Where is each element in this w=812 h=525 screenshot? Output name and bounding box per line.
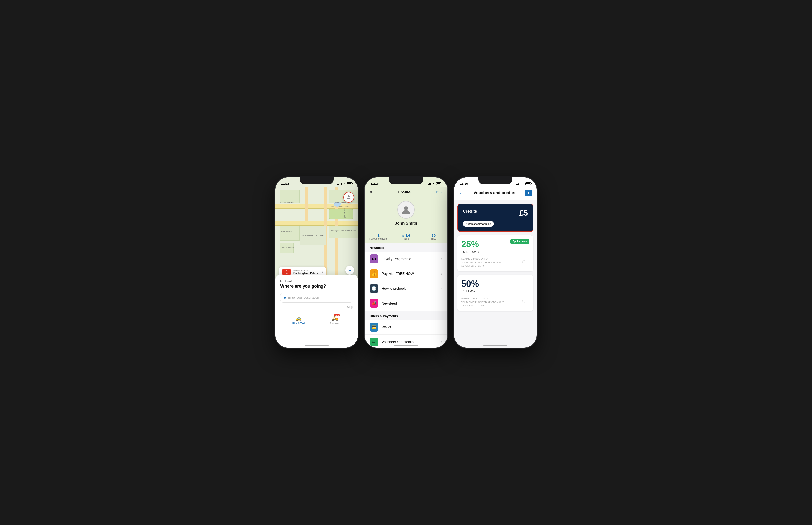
time-3: 11:16 [460, 182, 468, 185]
chevron-loyalty-icon: › [441, 257, 442, 261]
voucher-1-code: T5FDDQQYB [462, 250, 529, 253]
applied-now-badge: Applied now [510, 239, 529, 244]
phone-3-vouchers: 11:16 ▲ ← Vouchers and cr [454, 177, 537, 348]
stat-favourite-drivers: 1 Favourite drivers [365, 231, 392, 243]
loyalty-icon: 🎟 [370, 254, 378, 263]
status-icons-1: ▲ [337, 182, 352, 185]
time-2: 11:16 [371, 182, 378, 185]
bottom-tabs: 🚕 Ride & Taxi 🛵 NEW 2-wheels [280, 313, 353, 325]
map-landmark-1: The Queen Victoria Memorial [331, 205, 350, 207]
pickup-minutes: 1 min [282, 269, 291, 275]
wallet-icon: 💳 [370, 323, 378, 331]
phone-1-screen: 11:16 ▲ [275, 177, 358, 348]
newsfeed-icon: 📣 [370, 299, 378, 308]
home-indicator-3 [483, 345, 507, 346]
destination-input[interactable]: Enter your destination [280, 292, 353, 303]
battery-2 [436, 182, 441, 185]
avatar [397, 201, 415, 219]
profile-name: John Smith [395, 221, 418, 226]
voucher-card-2: 50% 1J1IIEM3K MAXIMUM DISCOUNT £6 VALID … [457, 275, 533, 311]
home-indicator-1 [304, 345, 329, 346]
notch-2 [389, 177, 423, 184]
status-icons-2: ▲ [427, 182, 441, 185]
time-1: 11:16 [281, 182, 289, 185]
greeting-text: Hi John! [280, 280, 353, 283]
phone-3-screen: 11:16 ▲ ← Vouchers and cr [454, 177, 537, 348]
voucher-1-percent: 25% [462, 239, 479, 250]
pickup-address: Pickup address Buckingham Palace [293, 269, 318, 275]
close-button[interactable]: × [370, 190, 372, 195]
menu-scroll: Newsfeed 🎟 Loyalty Programme › 👍 Pay wit… [365, 243, 447, 348]
voucher-2-code: 1J1IIEM3K [462, 290, 529, 293]
profile-stats: 1 Favourite drivers ★ 4.6 Rating 59 Trip… [365, 231, 447, 243]
buckingham-palace-block: BUCKINGHAM PALACE [300, 226, 326, 245]
menu-item-loyalty[interactable]: 🎟 Loyalty Programme › [365, 252, 447, 266]
back-button[interactable]: ← [459, 190, 464, 196]
where-going-heading: Where are you going? [280, 284, 353, 289]
compass-button[interactable]: ➤ [345, 266, 354, 275]
voucher-2-details: MAXIMUM DISCOUNT £6 VALID ONLY IN UNITED… [462, 297, 529, 307]
profile-button[interactable] [343, 192, 354, 203]
menu-item-pay-free-now[interactable]: 👍 Pay with FREE NOW › [365, 266, 447, 281]
vouchers-nav-header: ← Vouchers and credits + [454, 187, 537, 200]
wifi-icon-1: ▲ [343, 182, 345, 185]
star-icon: ★ [402, 234, 404, 237]
profile-avatar-section: John Smith [365, 198, 447, 231]
chevron-newsfeed-icon: › [441, 301, 442, 305]
status-icons-3: ▲ [516, 182, 531, 185]
phone-2-profile: 11:16 ▲ × Profile [365, 177, 447, 348]
profile-nav-header: × Profile Edit [365, 187, 447, 198]
notch-3 [478, 177, 512, 184]
menu-item-newsfeed[interactable]: 📣 Newsfeed › [365, 296, 447, 311]
stat-rating: ★ 4.6 Rating [392, 231, 420, 243]
map-road-label-3: Spur Road [343, 207, 346, 217]
voucher-1-info-icon[interactable]: ⓘ [522, 260, 526, 264]
menu-item-wallet[interactable]: 💳 Wallet › [365, 320, 447, 335]
credits-amount: £5 [519, 209, 528, 217]
section-offers-payments: Offers & Payments [365, 311, 447, 320]
skip-button[interactable]: Skip [280, 305, 353, 309]
dest-placeholder: Enter your destination [288, 296, 319, 299]
chevron-vouchers-icon: › [441, 340, 442, 344]
menu-item-vouchers[interactable]: 🏷 Vouchers and credits › [365, 335, 447, 348]
battery-3 [526, 182, 531, 185]
bottom-sheet: Hi John! Where are you going? Enter your… [275, 275, 358, 348]
map-landmark-4: Royal Archives [281, 230, 292, 232]
menu-item-prebook[interactable]: 🕐 How to prebook › [365, 281, 447, 296]
tab-ride-taxi[interactable]: 🚕 Ride & Taxi [280, 315, 317, 325]
notch-1 [300, 177, 334, 184]
credits-label: Credits [463, 209, 528, 214]
phone-2-screen: 11:16 ▲ × Profile [365, 177, 447, 348]
add-voucher-button[interactable]: + [525, 190, 532, 196]
phones-container: 11:16 ▲ [275, 177, 537, 348]
new-badge: NEW [334, 314, 340, 316]
signal-2 [427, 182, 431, 185]
dest-dot-icon [284, 297, 286, 299]
taxi-icon: 🚕 [296, 315, 301, 321]
pay-free-now-icon: 👍 [370, 269, 378, 278]
voucher-card-1: 25% Applied now T5FDDQQYB MAXIMUM DISCOU… [457, 235, 533, 271]
pay-free-now-label: Pay with FREE NOW [382, 272, 438, 275]
auto-applied-badge: Automatically applied [463, 221, 494, 226]
vouchers-icon: 🏷 [370, 338, 378, 346]
prebook-label: How to prebook [382, 287, 438, 290]
map-road-label-1: Constitution Hill [280, 201, 296, 204]
stat-trips: 59 Trips [420, 231, 447, 243]
signal-3 [516, 182, 520, 185]
tab-2-wheels[interactable]: 🛵 NEW 2-wheels [317, 315, 353, 325]
newsfeed-label: Newsfeed [382, 301, 438, 305]
vouchers-label: Vouchers and credits [382, 340, 438, 344]
credits-card: Credits £5 Automatically applied [457, 204, 533, 232]
signal-1 [337, 182, 342, 185]
wallet-label: Wallet [382, 325, 438, 329]
section-newsfeed: Newsfeed [365, 243, 447, 252]
chevron-prebook-icon: › [441, 287, 442, 290]
battery-1 [347, 182, 352, 185]
home-indicator-2 [394, 345, 418, 346]
vouchers-scroll[interactable]: Credits £5 Automatically applied 25% App… [454, 200, 537, 348]
profile-title: Profile [398, 190, 411, 195]
phone-1-map: 11:16 ▲ [275, 177, 358, 348]
edit-button[interactable]: Edit [436, 190, 442, 194]
voucher-2-info-icon[interactable]: ⓘ [522, 299, 526, 304]
voucher-1-details: MAXIMUM DISCOUNT £4 VALID ONLY IN UNITED… [462, 257, 529, 268]
